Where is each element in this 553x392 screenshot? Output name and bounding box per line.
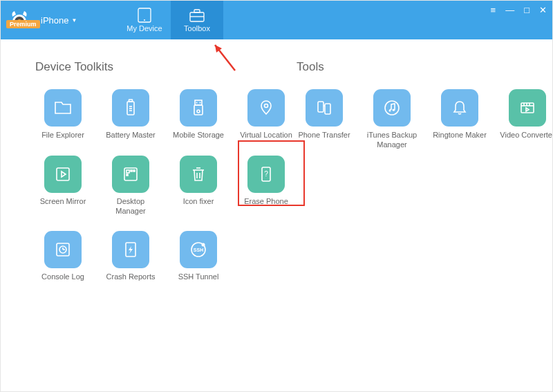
- trash-icon: [180, 156, 217, 193]
- svg-point-45: [389, 110, 391, 112]
- tools-section: Tools Phone Transfer iTunes Backup Manag…: [297, 60, 553, 297]
- close-button[interactable]: ✕: [539, 5, 547, 15]
- tool-virtual-location[interactable]: Virtual Location: [238, 89, 294, 140]
- tool-label: SSH Tunnel: [178, 272, 219, 282]
- tool-label: Battery Master: [106, 131, 156, 140]
- tool-label: Video Converter: [500, 131, 553, 140]
- device-selector-dropdown[interactable]: iPhone ▼: [41, 15, 77, 26]
- tool-label: Console Log: [41, 272, 84, 282]
- tool-label: Icon fixer: [183, 197, 214, 207]
- svg-rect-15: [195, 100, 202, 105]
- clock-icon: [44, 231, 82, 268]
- tab-label: Toolbox: [184, 24, 210, 32]
- svg-rect-6: [194, 10, 200, 12]
- tablet-icon: [135, 8, 153, 23]
- tool-label: Phone Transfer: [298, 131, 350, 140]
- music-circle-icon: [373, 89, 411, 127]
- minimize-button[interactable]: —: [505, 5, 514, 15]
- tool-label: File Explorer: [41, 131, 84, 140]
- tool-mobile-storage[interactable]: Mobile Storage: [171, 89, 226, 140]
- ssh-icon: SSH: [180, 231, 217, 268]
- logo-block: Premium iPhone ▼: [1, 1, 118, 39]
- tool-erase-phone[interactable]: ? Erase Phone: [238, 156, 294, 216]
- lightning-page-icon: [112, 231, 149, 268]
- tool-file-explorer[interactable]: File Explorer: [35, 89, 91, 140]
- tool-ringtone-maker[interactable]: Ringtone Maker: [432, 89, 487, 150]
- chevron-down-icon: ▼: [71, 17, 77, 24]
- tool-label: Virtual Location: [240, 131, 292, 140]
- svg-rect-27: [126, 174, 128, 176]
- tool-phone-transfer[interactable]: Phone Transfer: [297, 89, 352, 150]
- section-title: Device Toolkits: [35, 60, 297, 74]
- tool-label: Desktop Manager: [103, 197, 158, 216]
- window-controls: ≡ — □ ✕: [491, 5, 547, 15]
- tool-screen-mirror[interactable]: Screen Mirror: [35, 156, 91, 216]
- svg-rect-47: [521, 103, 534, 113]
- tool-label: Ringtone Maker: [433, 131, 487, 140]
- tool-itunes-backup[interactable]: iTunes Backup Manager: [364, 89, 420, 150]
- svg-point-4: [144, 19, 145, 21]
- svg-rect-43: [325, 104, 330, 114]
- app-header: Premium iPhone ▼ My Device Toolbox ≡ — □…: [1, 1, 552, 39]
- svg-point-41: [202, 243, 205, 247]
- svg-marker-22: [62, 171, 66, 177]
- menu-button[interactable]: ≡: [491, 5, 496, 15]
- svg-point-46: [393, 109, 395, 111]
- svg-text:?: ?: [264, 170, 268, 178]
- tool-label: Mobile Storage: [173, 131, 224, 140]
- maximize-button[interactable]: □: [524, 5, 529, 15]
- tool-battery-master[interactable]: Battery Master: [103, 89, 158, 140]
- usb-icon: [180, 89, 217, 127]
- tool-crash-reports[interactable]: Crash Reports: [103, 231, 158, 282]
- tool-console-log[interactable]: Console Log: [35, 231, 91, 282]
- device-selector-label: iPhone: [41, 15, 68, 26]
- premium-badge: Premium: [6, 20, 40, 28]
- tool-video-converter[interactable]: Video Converter: [500, 89, 553, 150]
- tool-ssh-tunnel[interactable]: SSH SSH Tunnel: [171, 231, 226, 282]
- content-area: Device Toolkits File Explorer Battery Ma…: [1, 39, 552, 311]
- tool-desktop-manager[interactable]: Desktop Manager: [103, 156, 158, 216]
- play-square-icon: [44, 156, 82, 193]
- tab-label: My Device: [126, 24, 162, 32]
- svg-rect-26: [133, 170, 135, 171]
- svg-rect-42: [318, 102, 324, 112]
- svg-rect-25: [131, 170, 132, 171]
- section-title: Tools: [297, 60, 553, 74]
- tool-label: iTunes Backup Manager: [364, 131, 420, 150]
- svg-point-17: [197, 110, 200, 113]
- tool-label: Crash Reports: [106, 272, 156, 282]
- toolbox-icon: [188, 8, 206, 23]
- svg-rect-11: [129, 100, 133, 102]
- tool-label: Screen Mirror: [40, 197, 86, 207]
- svg-point-44: [385, 101, 399, 115]
- film-icon: [509, 89, 546, 127]
- device-toolkits-section: Device Toolkits File Explorer Battery Ma…: [35, 60, 297, 297]
- svg-text:SSH: SSH: [194, 248, 203, 252]
- bell-icon: [441, 89, 478, 127]
- svg-rect-21: [57, 168, 69, 180]
- nav-tabs: My Device Toolbox: [118, 1, 223, 39]
- location-pin-icon: [247, 89, 285, 127]
- tab-toolbox[interactable]: Toolbox: [171, 1, 223, 39]
- grid-icon: [112, 156, 149, 193]
- battery-icon: [112, 89, 149, 127]
- phone-transfer-icon: [306, 89, 343, 127]
- folder-icon: [44, 89, 82, 127]
- svg-rect-24: [126, 170, 129, 173]
- svg-point-20: [265, 104, 268, 108]
- tool-label: Erase Phone: [244, 197, 288, 207]
- svg-marker-52: [526, 108, 529, 111]
- phone-question-icon: ?: [247, 156, 285, 193]
- tool-icon-fixer[interactable]: Icon fixer: [171, 156, 226, 216]
- tab-my-device[interactable]: My Device: [118, 1, 171, 39]
